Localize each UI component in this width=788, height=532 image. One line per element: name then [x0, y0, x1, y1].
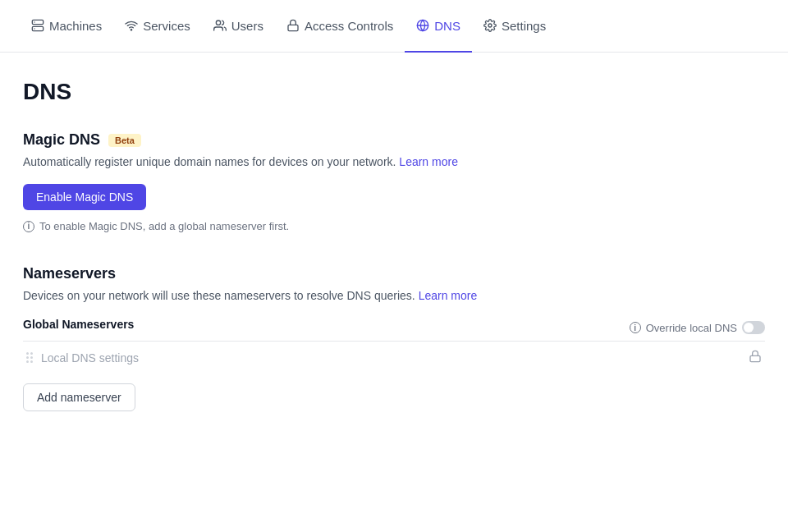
info-icon: i: [23, 221, 34, 232]
override-toggle[interactable]: [742, 321, 765, 334]
nav-label-services: Services: [143, 19, 190, 33]
main-content: DNS Magic DNS Beta Automatically registe…: [0, 53, 788, 532]
global-ns-label: Global Nameservers: [23, 318, 134, 331]
nav-item-settings[interactable]: Settings: [472, 1, 557, 53]
wifi-icon: [125, 19, 138, 32]
globe-icon: [416, 19, 429, 32]
override-local-dns: i Override local DNS: [630, 321, 765, 334]
nav-item-machines[interactable]: Machines: [20, 1, 113, 53]
ns-row-left: Local DNS settings: [26, 351, 139, 365]
server-icon: [31, 19, 44, 32]
nameservers-learn-more[interactable]: Learn more: [419, 289, 478, 302]
nav-label-dns: DNS: [434, 19, 460, 33]
drag-handle-icon[interactable]: [26, 352, 33, 363]
beta-badge: Beta: [108, 134, 141, 147]
svg-rect-10: [750, 355, 760, 361]
svg-point-5: [216, 21, 220, 25]
magic-dns-header: Magic DNS Beta: [23, 131, 765, 149]
nav-label-access-controls: Access Controls: [305, 19, 393, 33]
override-info-icon: i: [630, 322, 641, 333]
nav-label-settings: Settings: [502, 19, 546, 33]
nameservers-description: Devices on your network will use these n…: [23, 287, 765, 305]
nameservers-section: Nameservers Devices on your network will…: [23, 265, 765, 411]
settings-icon: [483, 19, 497, 32]
svg-point-4: [131, 30, 132, 30]
nameserver-row: Local DNS settings: [23, 341, 765, 374]
lock-icon: [286, 19, 300, 32]
nav-item-access-controls[interactable]: Access Controls: [275, 1, 405, 53]
users-icon: [213, 19, 227, 32]
svg-rect-1: [32, 26, 43, 30]
magic-dns-learn-more[interactable]: Learn more: [399, 155, 458, 168]
magic-dns-section: Magic DNS Beta Automatically register un…: [23, 131, 765, 232]
local-dns-placeholder: Local DNS settings: [41, 351, 139, 365]
svg-rect-0: [32, 20, 43, 24]
magic-dns-title: Magic DNS: [23, 131, 100, 149]
nav-label-users: Users: [231, 19, 263, 33]
magic-dns-info-note: i To enable Magic DNS, add a global name…: [23, 220, 765, 232]
nameservers-title: Nameservers: [23, 265, 116, 282]
magic-dns-description: Automatically register unique domain nam…: [23, 154, 765, 171]
page-title: DNS: [23, 79, 765, 105]
nav-item-users[interactable]: Users: [202, 1, 275, 53]
add-nameserver-button[interactable]: Add nameserver: [23, 383, 135, 411]
nameservers-header: Nameservers: [23, 265, 765, 282]
global-ns-header: Global Nameservers i Override local DNS: [23, 318, 765, 337]
svg-point-9: [488, 24, 492, 27]
nav-item-services[interactable]: Services: [113, 1, 202, 53]
nav-label-machines: Machines: [49, 19, 102, 33]
enable-magic-dns-button[interactable]: Enable Magic DNS: [23, 184, 146, 210]
top-nav: Machines Services: [0, 0, 788, 53]
svg-rect-6: [288, 25, 298, 30]
lock-icon: [749, 350, 762, 365]
nav-item-dns[interactable]: DNS: [405, 1, 472, 53]
